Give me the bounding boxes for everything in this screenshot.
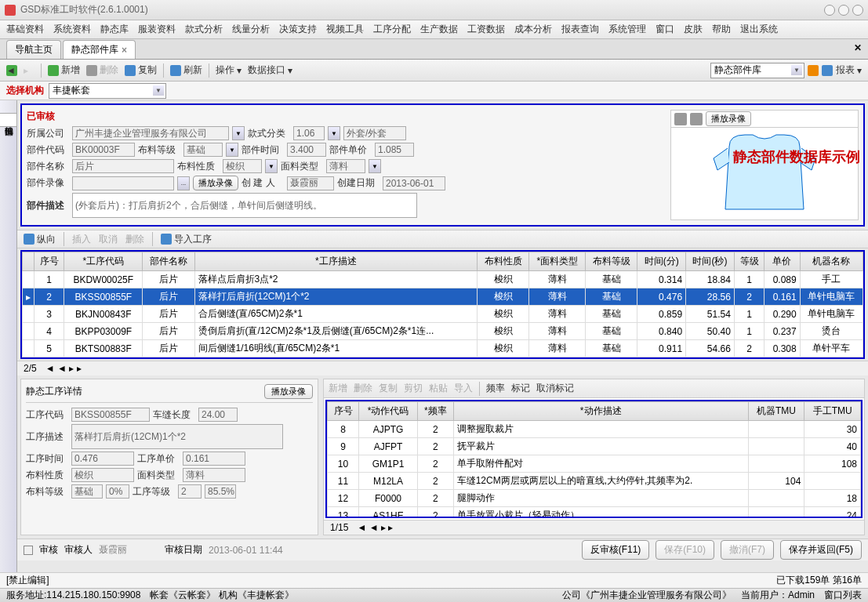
search-button[interactable]	[808, 65, 819, 76]
detail-title: 静态工序详情	[26, 385, 82, 398]
action-new[interactable]: 新增	[329, 382, 347, 395]
face-type-field[interactable]: 薄料	[326, 159, 365, 173]
action-mark[interactable]: 标记	[511, 382, 530, 395]
grid1-footer: 2/5 ◄ ◄ ▸ ▸	[17, 361, 868, 375]
action-paste[interactable]: 粘贴	[429, 382, 448, 395]
table-row[interactable]: 12F00002腿脚动作18	[328, 490, 861, 507]
table-row[interactable]: 1BKDW00025F后片落样点后肩折3点*2梭织薄料基础0.31418.841…	[23, 271, 863, 288]
grid2-footer: 1/15 ◄ ◄ ▸ ▸	[324, 520, 864, 535]
video-field[interactable]	[72, 176, 174, 190]
table-row[interactable]: 13AS1HE2单手放置小裁片（轻易动作）24	[328, 507, 861, 519]
company-field[interactable]: 广州丰捷企业管理服务有限公司	[72, 126, 229, 140]
image-icon[interactable]	[690, 113, 703, 125]
table-row[interactable]: 8AJPTG2调整握取裁片30	[328, 421, 861, 438]
table-row[interactable]: 5BKTS00883F后片间后侧缝1/16明线(直/65CM)2条*1梭织薄料基…	[23, 340, 863, 357]
interface-menu[interactable]: 数据接口 ▾	[248, 63, 292, 77]
style-code-field[interactable]: 1.06	[293, 126, 325, 140]
menu-item[interactable]: 决策支持	[279, 23, 317, 36]
creator-field: 聂霞丽	[287, 176, 334, 190]
tab-nav-home[interactable]: 导航主页	[6, 40, 61, 59]
action-cut[interactable]: 剪切	[404, 382, 423, 395]
library-combo[interactable]: 静态部件库	[710, 63, 804, 78]
menu-item[interactable]: 系统管理	[608, 23, 646, 36]
menu-item[interactable]: 退出系统	[740, 23, 778, 36]
import-process-button[interactable]: 导入工序	[161, 233, 212, 246]
undo-button[interactable]: 撤消(F7)	[721, 540, 774, 560]
delete-row-button[interactable]: 删除	[125, 233, 144, 246]
action-unmark[interactable]: 取消标记	[536, 382, 574, 395]
menu-item[interactable]: 工资数据	[467, 23, 505, 36]
maximize-button[interactable]	[838, 5, 849, 16]
action-delete[interactable]: 删除	[354, 382, 372, 395]
table-row[interactable]: ▸2BKSS00855F后片落样打后肩折(12CM)1个*2梭织薄料基础0.47…	[23, 288, 863, 306]
menu-item[interactable]: 工序分配	[373, 23, 411, 36]
menu-item[interactable]: 帮助	[712, 23, 731, 36]
action-import[interactable]: 导入	[454, 382, 473, 395]
fabric-prop-field[interactable]: 梭织	[223, 159, 262, 173]
play-video-button[interactable]: 播放录像	[193, 176, 238, 190]
audit-status: 已审核	[27, 110, 663, 123]
titlebar: GSD标准工时软件(2.6.1.0001)	[0, 0, 868, 20]
fabric-grade-field[interactable]: 基础	[183, 143, 223, 157]
menu-item[interactable]: 服装资料	[138, 23, 176, 36]
refresh-button[interactable]: 刷新	[170, 63, 202, 77]
menu-item[interactable]: 报表查询	[561, 23, 599, 36]
action-freq[interactable]: 频率	[486, 382, 505, 395]
menu-item[interactable]: 静态库	[100, 23, 129, 36]
nav-back[interactable]: ◄	[6, 65, 17, 76]
menu-item[interactable]: 系统资料	[53, 23, 91, 36]
operate-menu[interactable]: 操作 ▾	[216, 63, 242, 77]
part-name-field[interactable]: 后片	[72, 159, 174, 173]
unaudit-button[interactable]: 反审核(F11)	[582, 540, 650, 560]
detail-play-button[interactable]: 播放录像	[264, 384, 313, 399]
part-price-field: 1.085	[375, 143, 414, 157]
nav-fwd[interactable]: ▸	[24, 65, 35, 76]
table-row[interactable]: 10GM1P12单手取附件配对108	[328, 455, 861, 473]
table-row[interactable]: 9AJFPT2抚平裁片40	[328, 438, 861, 455]
delete-button[interactable]: 删除	[86, 63, 118, 77]
save-button[interactable]: 保存(F10)	[656, 540, 714, 560]
close-icon[interactable]: ×	[122, 45, 127, 56]
part-code-field[interactable]: BK00003F	[72, 143, 135, 157]
org-bar: 选择机构 丰捷帐套	[0, 82, 868, 100]
report-menu[interactable]: 报表 ▾	[836, 63, 862, 77]
action-panel: 新增 删除 复制 剪切 粘贴 导入 频率 标记 取消标记 序号*动作代码*频率*…	[323, 379, 865, 535]
menu-item[interactable]: 视频工具	[326, 23, 364, 36]
status-bar-1: [禁止编辑]已下载159单 第16单	[0, 572, 868, 588]
menu-item[interactable]: 线量分析	[232, 23, 270, 36]
table-row[interactable]: 3BKJN00843F后片合后侧缝(直/65CM)2条*1梭织薄料基础0.859…	[23, 306, 863, 323]
minimize-button[interactable]	[824, 5, 835, 16]
play-record-button[interactable]: 播放录像	[706, 111, 751, 126]
style-name-field: 外套/外套	[343, 126, 406, 140]
main-toolbar: ◄ ▸ 新增 删除 复制 刷新 操作 ▾ 数据接口 ▾ 静态部件库 报表 ▾	[0, 60, 868, 82]
part-time-field: 3.400	[287, 143, 326, 157]
copy-button[interactable]: 复制	[125, 63, 157, 77]
save-back-button[interactable]: 保存并返回(F5)	[780, 540, 862, 560]
desc-field[interactable]: (外套后片)：打后肩折2个，合后侧缝，单针间后侧缝明线。	[72, 193, 417, 218]
action-copy[interactable]: 复制	[379, 382, 398, 395]
menu-item[interactable]: 成本分析	[514, 23, 552, 36]
menu-item[interactable]: 基础资料	[6, 23, 44, 36]
table-row[interactable]: 11M12LA2车缝12CM两层或两层以上的暗直线,大约停针,其频率为2.104	[328, 473, 861, 490]
audit-checkbox[interactable]	[24, 546, 33, 555]
menu-item[interactable]: 窗口	[656, 23, 674, 36]
sidetab-edit[interactable]: 部件编辑	[0, 114, 16, 127]
table-row[interactable]: 4BKPP03009F后片烫倒后肩折(直/12CM)2条*1及后侧缝(直/65C…	[23, 323, 863, 340]
image-icon[interactable]	[674, 113, 687, 125]
tabbar: 导航主页 静态部件库× ✕	[0, 39, 868, 60]
close-button[interactable]	[852, 5, 863, 16]
cancel-button[interactable]: 取消	[99, 233, 118, 246]
close-all-tabs[interactable]: ✕	[854, 42, 862, 53]
new-button[interactable]: 新增	[48, 63, 80, 77]
menu-item[interactable]: 皮肤	[684, 23, 703, 36]
create-date-field: 2013-06-01	[383, 176, 445, 190]
org-combo[interactable]: 丰捷帐套	[49, 83, 166, 99]
filter-button[interactable]	[822, 65, 833, 76]
insert-button[interactable]: 插入	[72, 233, 91, 246]
vertical-button[interactable]: 纵向	[24, 233, 56, 246]
sidetab-view[interactable]: 查看部件	[0, 100, 16, 114]
tab-static-parts[interactable]: 静态部件库×	[63, 40, 136, 59]
select-org-label: 选择机构	[6, 84, 44, 97]
menu-item[interactable]: 生产数据	[420, 23, 458, 36]
menu-item[interactable]: 款式分析	[185, 23, 223, 36]
